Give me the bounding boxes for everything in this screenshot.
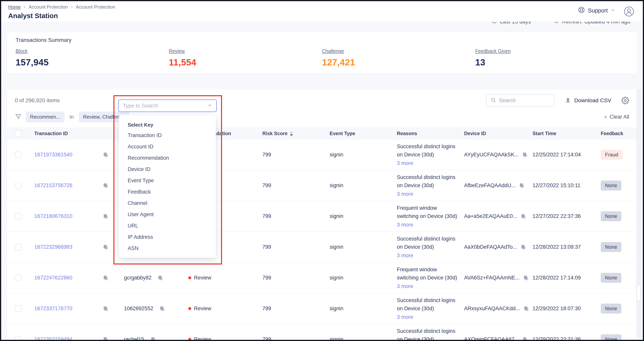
metric-block: Block 157,945 xyxy=(16,48,169,68)
sort-icon[interactable] xyxy=(290,131,293,136)
user-avatar[interactable] xyxy=(624,6,634,17)
vertical-scrollbar[interactable] xyxy=(636,89,641,338)
transaction-id-link[interactable]: 1671973361540 xyxy=(34,152,72,158)
dropdown-option-account-id[interactable]: Account ID xyxy=(128,141,216,152)
key-search-input[interactable] xyxy=(123,103,208,109)
copy-icon[interactable] xyxy=(102,336,109,341)
filter-funnel-icon xyxy=(15,113,22,121)
row-checkbox[interactable] xyxy=(15,305,22,312)
copy-icon[interactable] xyxy=(157,275,164,281)
row-checkbox[interactable] xyxy=(15,336,22,341)
device-id: Aa+a5e2EAQAAuE0... xyxy=(464,213,517,219)
start-time: 12/28/2022 17:14:09 xyxy=(526,275,592,281)
dropdown-option-url[interactable]: URL xyxy=(128,220,216,231)
table-search[interactable] xyxy=(486,94,555,106)
breadcrumb-account-protection[interactable]: Account Protection xyxy=(29,4,68,10)
more-reasons-link[interactable]: 3 more xyxy=(397,251,413,260)
breadcrumb-home-link[interactable]: Home xyxy=(8,4,21,10)
row-checkbox[interactable] xyxy=(15,275,22,281)
dropdown-option-recommendation[interactable]: Recommendation xyxy=(128,152,216,164)
dropdown-option-asn[interactable]: ASN xyxy=(128,243,216,254)
dropdown-option-transaction-id[interactable]: Transaction ID xyxy=(128,130,216,141)
copy-icon[interactable] xyxy=(102,152,109,158)
device-id: ARxsyxuFAQAACKdd... xyxy=(464,306,520,312)
transaction-id-link[interactable]: 1672232968983 xyxy=(34,244,72,250)
copy-icon[interactable] xyxy=(150,336,156,341)
table-settings-button[interactable] xyxy=(622,97,629,104)
breadcrumb-account-protection-2: Account Protection xyxy=(76,4,115,10)
table-row: 1672153756726 799 signin Successful dist… xyxy=(7,170,637,201)
row-checkbox[interactable] xyxy=(15,151,22,158)
table-top-actions: Download CSV xyxy=(486,94,629,106)
metric-block-label[interactable]: Block xyxy=(16,48,28,54)
transaction-id-link[interactable]: 1672337176770 xyxy=(34,306,72,312)
metric-review-label[interactable]: Review xyxy=(169,48,185,54)
key-search-combobox[interactable] xyxy=(118,99,217,112)
transaction-id-link[interactable]: 1672180676310 xyxy=(34,213,72,219)
chevron-right-icon: › xyxy=(24,4,26,10)
summary-title: Transactions Summary xyxy=(16,37,628,43)
search-input[interactable] xyxy=(499,98,550,104)
column-risk-score-label: Risk Score xyxy=(262,131,288,136)
breadcrumb: Home › Account Protection › Account Prot… xyxy=(8,4,115,10)
more-reasons-link[interactable]: 3 more xyxy=(397,159,413,167)
column-feedback[interactable]: Feedback xyxy=(601,131,623,136)
copy-icon[interactable] xyxy=(102,306,109,312)
support-menu[interactable]: Support xyxy=(578,6,615,15)
recommendation-value: Review xyxy=(194,336,211,341)
transaction-id-link[interactable]: 1672247622860 xyxy=(34,275,72,281)
download-csv-button[interactable]: Download CSV xyxy=(565,97,611,104)
dropdown-option-ip-address[interactable]: IP Address xyxy=(128,231,216,243)
device-id: AXQmmFCFAQAAtI7... xyxy=(464,336,519,341)
risk-score: 799 xyxy=(239,182,303,189)
table-card-top: 0 of 296,920 items Download CSV xyxy=(7,89,637,106)
column-risk-score[interactable]: Risk Score xyxy=(239,131,303,136)
dropdown-option-event-type[interactable]: Event Type xyxy=(128,175,216,186)
dropdown-option-channel[interactable]: Channel xyxy=(128,197,216,209)
account-id[interactable]: gcrgabby82 xyxy=(124,275,152,281)
account-id[interactable]: rachel15 xyxy=(124,336,144,341)
select-all-checkbox[interactable] xyxy=(15,130,22,137)
more-reasons-link[interactable]: 3 more xyxy=(397,190,413,198)
more-reasons-link[interactable]: 3 more xyxy=(397,282,413,290)
row-checkbox[interactable] xyxy=(15,244,22,251)
reason-text: Successful distinct logins on Device (30… xyxy=(397,173,459,190)
row-checkbox[interactable] xyxy=(15,213,22,220)
start-time: 12/27/2022 15:10:11 xyxy=(526,182,592,189)
column-start-time[interactable]: Start Time xyxy=(532,131,556,136)
select-key-dropdown: Select Key Transaction ID Account ID Rec… xyxy=(119,115,216,258)
copy-icon[interactable] xyxy=(102,244,109,250)
column-event-type[interactable]: Event Type xyxy=(330,131,355,136)
feedback-badge: None xyxy=(601,211,622,221)
risk-score: 799 xyxy=(239,336,303,341)
feedback-badge: None xyxy=(601,181,622,190)
column-reasons[interactable]: Reasons xyxy=(397,131,417,136)
copy-icon[interactable] xyxy=(519,182,525,189)
more-reasons-link[interactable]: 3 more xyxy=(397,313,413,321)
dropdown-option-device-id[interactable]: Device ID xyxy=(128,164,216,175)
filter-field-chip[interactable]: Recommen... xyxy=(26,112,64,122)
transaction-id-link[interactable]: 1672153756726 xyxy=(34,182,72,189)
event-type: signin xyxy=(303,244,385,250)
clear-all-button[interactable]: × Clear All xyxy=(604,114,629,120)
dropdown-option-feedback[interactable]: Feedback xyxy=(128,186,216,197)
reason-text: Successful distinct logins on Device (30… xyxy=(397,142,459,159)
feedback-badge: Fraud xyxy=(601,150,622,160)
transaction-id-link[interactable]: 1672352159494 xyxy=(34,336,72,341)
copy-icon[interactable] xyxy=(159,306,165,312)
scrollbar-thumb[interactable] xyxy=(636,285,641,301)
account-id[interactable]: 1062892552 xyxy=(124,306,153,312)
transactions-table-card: 0 of 296,920 items Download CSV xyxy=(7,89,637,341)
copy-icon[interactable] xyxy=(102,213,109,220)
copy-icon[interactable] xyxy=(102,182,109,189)
metric-challenge-label[interactable]: Challenge xyxy=(322,48,344,54)
dropdown-option-user-agent[interactable]: User Agent xyxy=(128,209,216,220)
column-device-id[interactable]: Device ID xyxy=(464,131,486,136)
copy-icon[interactable] xyxy=(102,275,109,281)
row-checkbox[interactable] xyxy=(15,182,22,189)
more-reasons-link[interactable]: 3 more xyxy=(397,221,413,229)
column-transaction-id[interactable]: Transaction ID xyxy=(34,131,68,136)
metric-feedback-given-label[interactable]: Feedback Given xyxy=(475,48,511,54)
risk-score: 799 xyxy=(239,275,303,281)
chevron-up-icon[interactable] xyxy=(208,103,212,108)
